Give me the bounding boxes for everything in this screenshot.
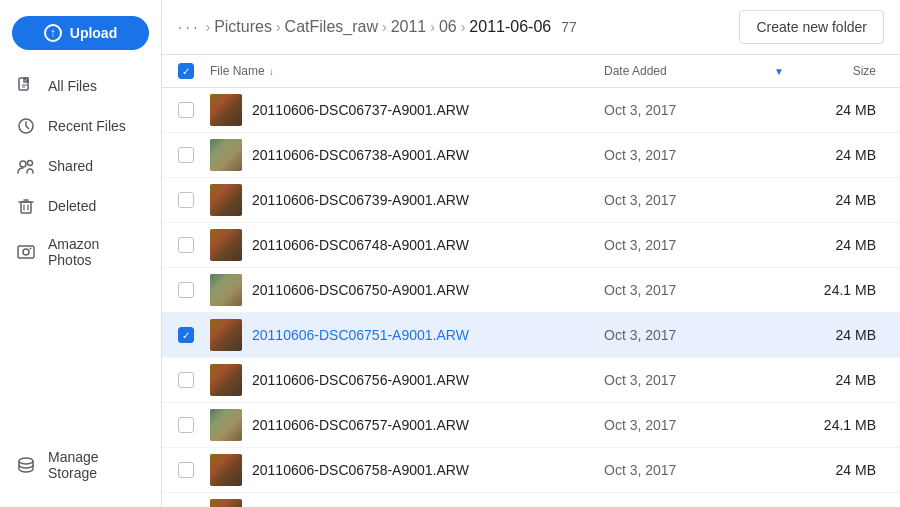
file-date: Oct 3, 2017 [604,282,784,298]
file-name-cell: 20110606-DSC06761-A9001.ARW [210,499,604,507]
file-thumbnail [210,454,242,486]
row-checkbox[interactable] [178,282,194,298]
table-row[interactable]: 20110606-DSC06756-A9001.ARW Oct 3, 2017 … [162,358,900,403]
upload-button[interactable]: ↑ Upload [12,16,149,50]
table-row[interactable]: 20110606-DSC06761-A9001.ARW Oct 3, 2017 … [162,493,900,507]
main-content: · · · › Pictures › CatFiles_raw › 2011 ›… [162,0,900,507]
file-name-cell: 20110606-DSC06748-A9001.ARW [210,229,604,261]
shared-label: Shared [48,158,93,174]
row-checkbox[interactable] [178,462,194,478]
breadcrumb-06[interactable]: 06 [439,18,457,36]
svg-point-4 [28,161,33,166]
file-name-link[interactable]: 20110606-DSC06751-A9001.ARW [252,327,469,343]
sort-arrow-icon: ↓ [269,66,274,77]
file-name-text: 20110606-DSC06756-A9001.ARW [252,372,469,388]
file-date: Oct 3, 2017 [604,147,784,163]
file-size: 24 MB [784,192,884,208]
file-size: 24 MB [784,327,884,343]
manage-storage-icon [16,455,36,475]
deleted-icon [16,196,36,216]
shared-icon [16,156,36,176]
size-column-header: Size [784,64,884,78]
file-name-cell: 20110606-DSC06757-A9001.ARW [210,409,604,441]
svg-rect-6 [18,246,34,258]
file-name-text: 20110606-DSC06737-A9001.ARW [252,102,469,118]
file-name-cell: 20110606-DSC06737-A9001.ARW [210,94,604,126]
table-row[interactable]: 20110606-DSC06757-A9001.ARW Oct 3, 2017 … [162,403,900,448]
file-name-cell: 20110606-DSC06758-A9001.ARW [210,454,604,486]
row-checkbox[interactable] [178,147,194,163]
breadcrumb-catfiles[interactable]: CatFiles_raw [285,18,378,36]
upload-label: Upload [70,25,117,41]
row-checkbox[interactable] [178,327,194,343]
table-row[interactable]: 20110606-DSC06739-A9001.ARW Oct 3, 2017 … [162,178,900,223]
file-date: Oct 3, 2017 [604,102,784,118]
create-new-folder-button[interactable]: Create new folder [739,10,884,44]
file-date: Oct 3, 2017 [604,372,784,388]
breadcrumb-pictures[interactable]: Pictures [214,18,272,36]
file-thumbnail [210,364,242,396]
file-table: File Name ↓ Date Added ▼ Size 20110606-D… [162,55,900,507]
recent-files-icon [16,116,36,136]
breadcrumb-dots[interactable]: · · · [178,19,197,35]
row-checkbox[interactable] [178,102,194,118]
file-thumbnail [210,409,242,441]
table-row[interactable]: 20110606-DSC06748-A9001.ARW Oct 3, 2017 … [162,223,900,268]
file-name-column-header[interactable]: File Name ↓ [210,64,604,78]
row-checkbox[interactable] [178,192,194,208]
file-thumbnail [210,184,242,216]
file-size: 24.1 MB [784,282,884,298]
file-size: 24 MB [784,147,884,163]
file-size: 24 MB [784,102,884,118]
file-size: 24 MB [784,462,884,478]
date-added-column-header[interactable]: Date Added ▼ [604,64,784,78]
table-row[interactable]: 20110606-DSC06738-A9001.ARW Oct 3, 2017 … [162,133,900,178]
sidebar-item-recent-files[interactable]: Recent Files [0,106,153,146]
file-name-cell: 20110606-DSC06750-A9001.ARW [210,274,604,306]
table-row[interactable]: 20110606-DSC06750-A9001.ARW Oct 3, 2017 … [162,268,900,313]
sidebar-item-manage-storage[interactable]: Manage Storage [0,439,153,491]
file-date: Oct 3, 2017 [604,417,784,433]
file-size: 24 MB [784,237,884,253]
select-all-checkbox[interactable] [178,63,194,79]
recent-files-label: Recent Files [48,118,126,134]
deleted-label: Deleted [48,198,96,214]
file-name-text: 20110606-DSC06748-A9001.ARW [252,237,469,253]
upload-icon: ↑ [44,24,62,42]
file-thumbnail [210,319,242,351]
file-size: 24.1 MB [784,417,884,433]
table-row[interactable]: 20110606-DSC06737-A9001.ARW Oct 3, 2017 … [162,88,900,133]
file-name-text: 20110606-DSC06758-A9001.ARW [252,462,469,478]
file-thumbnail [210,499,242,507]
file-name-cell: 20110606-DSC06739-A9001.ARW [210,184,604,216]
file-name-text: 20110606-DSC06750-A9001.ARW [252,282,469,298]
sidebar-item-all-files[interactable]: All Files [0,66,153,106]
sidebar-item-amazon-photos[interactable]: Amazon Photos [0,226,153,278]
manage-storage-label: Manage Storage [48,449,137,481]
svg-rect-5 [21,202,31,213]
svg-point-9 [19,458,33,464]
file-name-cell: 20110606-DSC06756-A9001.ARW [210,364,604,396]
all-files-label: All Files [48,78,97,94]
file-name-text: 20110606-DSC06739-A9001.ARW [252,192,469,208]
breadcrumb-current: 2011-06-06 [469,18,551,36]
row-checkbox[interactable] [178,372,194,388]
amazon-photos-label: Amazon Photos [48,236,137,268]
row-checkbox[interactable] [178,237,194,253]
file-name-cell: 20110606-DSC06751-A9001.ARW [210,319,604,351]
file-date: Oct 3, 2017 [604,192,784,208]
file-date: Oct 3, 2017 [604,327,784,343]
breadcrumb-count: 77 [561,19,577,35]
file-thumbnail [210,94,242,126]
file-name-text: 20110606-DSC06738-A9001.ARW [252,147,469,163]
row-checkbox[interactable] [178,417,194,433]
breadcrumb-2011[interactable]: 2011 [391,18,427,36]
table-row[interactable]: 20110606-DSC06758-A9001.ARW Oct 3, 2017 … [162,448,900,493]
sidebar-item-deleted[interactable]: Deleted [0,186,153,226]
svg-point-8 [30,248,32,250]
sidebar-item-shared[interactable]: Shared [0,146,153,186]
breadcrumb: · · · › Pictures › CatFiles_raw › 2011 ›… [178,18,577,36]
date-sort-icon: ▼ [774,66,784,77]
svg-point-7 [23,249,29,255]
table-row[interactable]: 20110606-DSC06751-A9001.ARW Oct 3, 2017 … [162,313,900,358]
